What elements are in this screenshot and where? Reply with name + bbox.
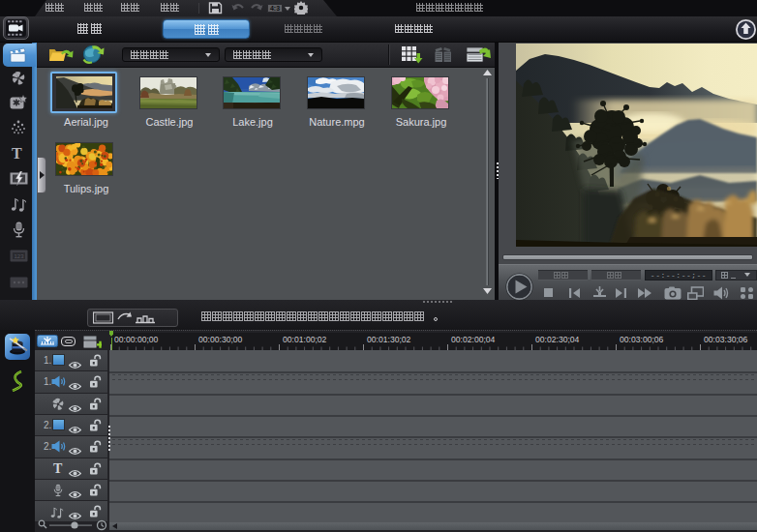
svg-text:00:00:00;00: 00:00:00;00: [114, 335, 159, 344]
svg-text:123: 123: [14, 253, 24, 259]
svg-text:00:01:00;02: 00:01:00;02: [283, 335, 327, 344]
svg-text:00:01:30;02: 00:01:30;02: [367, 335, 411, 344]
svg-text:00:02:30;04: 00:02:30;04: [535, 335, 580, 344]
svg-text:00:00:30;00: 00:00:30;00: [198, 335, 243, 344]
svg-text:00:03:30;06: 00:03:30;06: [704, 335, 748, 344]
svg-text:00:02:00;04: 00:02:00;04: [451, 335, 496, 344]
svg-text:00:03:00;06: 00:03:00;06: [620, 335, 664, 344]
